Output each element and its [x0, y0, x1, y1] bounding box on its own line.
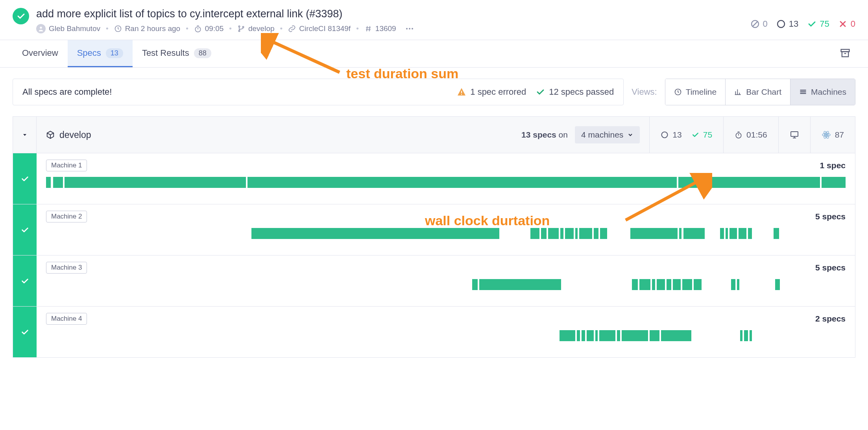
group-wallclock-stat: 01:56 — [723, 117, 778, 153]
timeline-segment[interactable] — [657, 279, 665, 290]
machine-row: Machine 2 5 specs — [13, 204, 855, 255]
timeline-segment[interactable] — [560, 330, 576, 341]
timeline-segment[interactable] — [673, 279, 681, 290]
timeline-segment[interactable] — [582, 330, 585, 341]
group-pending-stat: 13 75 — [649, 117, 723, 153]
header-stats: 0 13 75 0 — [750, 8, 855, 29]
timeline-segment[interactable] — [530, 228, 539, 239]
timeline-segment[interactable] — [548, 228, 558, 239]
timeline-segment[interactable] — [679, 228, 681, 239]
tab-specs[interactable]: Specs 13 — [68, 40, 133, 67]
tab-overview[interactable]: Overview — [13, 40, 68, 67]
run-number[interactable]: 13609 — [364, 24, 396, 33]
timeline-segment[interactable] — [678, 177, 820, 188]
timeline-segment[interactable] — [594, 228, 598, 239]
status-message: All specs are complete! 1 spec errored 1… — [13, 79, 624, 105]
more-menu[interactable] — [405, 24, 414, 33]
timeline-segment[interactable] — [632, 279, 637, 290]
stat-failed: 0 — [838, 19, 855, 29]
view-barchart-button[interactable]: Bar Chart — [726, 79, 790, 105]
row-status-passed — [13, 204, 37, 255]
timeline-segment[interactable] — [472, 279, 478, 290]
clock-icon — [674, 88, 682, 96]
timeline-segment[interactable] — [247, 177, 677, 188]
group-collapse-toggle[interactable] — [13, 117, 37, 153]
machine-row: Machine 1 1 spec — [13, 153, 855, 204]
timeline-segment[interactable] — [579, 228, 592, 239]
author-name: Gleb Bahmutov — [49, 24, 100, 33]
timeline-segment[interactable] — [775, 279, 780, 290]
timeline-segment[interactable] — [731, 279, 735, 290]
machine-label: Machine 2 — [46, 211, 87, 222]
timeline-segment[interactable] — [622, 330, 648, 341]
stopwatch-icon — [735, 131, 742, 139]
timeline-segment[interactable] — [729, 228, 737, 239]
svg-rect-32 — [800, 93, 806, 94]
timeline-segment[interactable] — [739, 228, 746, 239]
timeline-segment[interactable] — [560, 228, 563, 239]
timeline-segment[interactable] — [587, 330, 594, 341]
tab-test-results[interactable]: Test Results 88 — [133, 40, 221, 67]
svg-marker-33 — [23, 134, 26, 136]
timeline-segment[interactable] — [575, 228, 578, 239]
timeline-segment[interactable] — [650, 330, 659, 341]
ci-link[interactable]: CircleCI 81349f — [288, 24, 351, 33]
timeline-segment[interactable] — [737, 279, 739, 290]
timeline-track — [46, 177, 846, 188]
machines-select[interactable]: 4 machines — [575, 126, 640, 143]
clock-icon — [114, 25, 122, 33]
timeline-segment[interactable] — [639, 279, 650, 290]
timeline-segment[interactable] — [683, 228, 705, 239]
archive-button[interactable] — [835, 43, 855, 65]
timeline-segment[interactable] — [774, 228, 779, 239]
timeline-segment[interactable] — [617, 330, 620, 341]
run-header: add more explicit list of topics to cy.i… — [0, 0, 868, 40]
timeline-segment[interactable] — [682, 279, 692, 290]
timeline-segment[interactable] — [740, 330, 742, 341]
timeline-segment[interactable] — [595, 330, 598, 341]
avatar-icon — [36, 24, 46, 33]
timeline-segment[interactable] — [726, 228, 728, 239]
timeline-segment[interactable] — [661, 330, 691, 341]
timeline-segment[interactable] — [577, 330, 580, 341]
view-machines-button[interactable]: Machines — [790, 79, 855, 105]
svg-point-6 — [238, 30, 240, 31]
check-icon — [20, 226, 29, 234]
pending-icon — [776, 19, 786, 29]
svg-point-35 — [662, 132, 668, 138]
timeline-segment[interactable] — [694, 279, 702, 290]
machine-row: Machine 3 5 specs — [13, 255, 855, 306]
timeline-segment[interactable] — [652, 279, 655, 290]
timeline-segment[interactable] — [630, 228, 678, 239]
timeline-track — [46, 279, 846, 290]
timeline-segment[interactable] — [251, 228, 499, 239]
timeline-segment[interactable] — [541, 228, 547, 239]
check-icon — [536, 87, 545, 97]
timeline-segment[interactable] — [720, 228, 724, 239]
timeline-segment[interactable] — [599, 330, 615, 341]
timeline-segment[interactable] — [53, 177, 63, 188]
branch[interactable]: develop — [237, 24, 275, 33]
tab-results-count: 88 — [194, 48, 211, 58]
timeline-segment[interactable] — [565, 228, 574, 239]
timeline-segment[interactable] — [600, 228, 607, 239]
timeline-segment[interactable] — [46, 177, 51, 188]
timeline-segment[interactable] — [822, 177, 846, 188]
machine-spec-count: 1 spec — [820, 161, 846, 170]
row-status-passed — [13, 307, 37, 357]
run-title: add more explicit list of topics to cy.i… — [36, 8, 414, 20]
svg-rect-31 — [800, 91, 806, 92]
check-icon — [691, 131, 699, 139]
timeline-segment[interactable] — [479, 279, 561, 290]
timeline-segment[interactable] — [750, 330, 752, 341]
timeline-segment[interactable] — [744, 330, 748, 341]
timeline-segment[interactable] — [748, 228, 752, 239]
timeline-segment[interactable] — [667, 279, 671, 290]
timeline-track — [46, 228, 846, 239]
check-icon — [807, 19, 816, 29]
view-timeline-button[interactable]: Timeline — [665, 79, 726, 105]
timeline-segment[interactable] — [65, 177, 246, 188]
status-bar: All specs are complete! 1 spec errored 1… — [13, 79, 855, 105]
group-browser-stat — [778, 117, 810, 153]
svg-rect-30 — [800, 90, 806, 91]
